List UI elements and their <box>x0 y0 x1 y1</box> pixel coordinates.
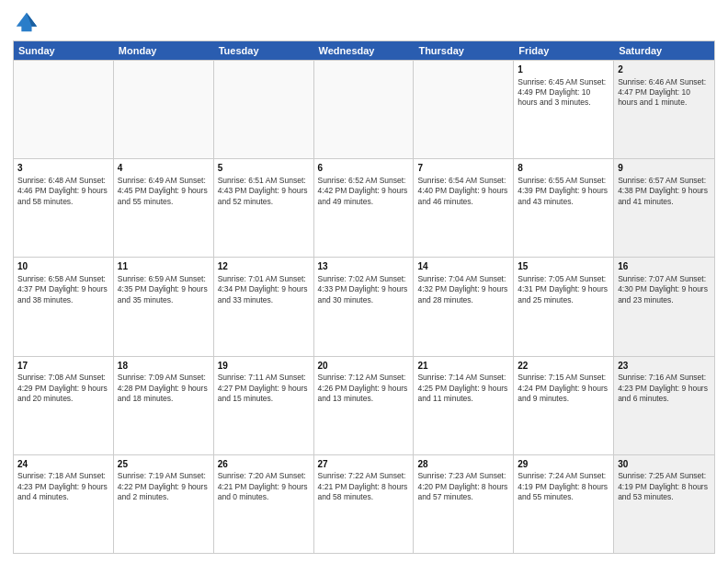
week-row-1: 1Sunrise: 6:45 AM Sunset: 4:49 PM Daylig… <box>14 60 714 158</box>
calendar-cell: 8Sunrise: 6:55 AM Sunset: 4:39 PM Daylig… <box>514 159 614 257</box>
cell-info: Sunrise: 7:02 AM Sunset: 4:33 PM Dayligh… <box>318 274 410 305</box>
calendar-cell: 9Sunrise: 6:57 AM Sunset: 4:38 PM Daylig… <box>614 159 714 257</box>
cell-info: Sunrise: 7:12 AM Sunset: 4:26 PM Dayligh… <box>318 373 410 404</box>
calendar-cell: 28Sunrise: 7:23 AM Sunset: 4:20 PM Dayli… <box>414 455 514 553</box>
day-header-tuesday: Tuesday <box>214 41 314 60</box>
calendar-cell: 2Sunrise: 6:46 AM Sunset: 4:47 PM Daylig… <box>614 61 714 158</box>
calendar-cell: 11Sunrise: 6:59 AM Sunset: 4:35 PM Dayli… <box>114 258 214 355</box>
cell-date: 19 <box>218 360 310 373</box>
week-row-2: 3Sunrise: 6:48 AM Sunset: 4:46 PM Daylig… <box>14 158 714 257</box>
cell-info: Sunrise: 7:18 AM Sunset: 4:23 PM Dayligh… <box>17 471 109 502</box>
cell-info: Sunrise: 7:07 AM Sunset: 4:30 PM Dayligh… <box>618 274 711 305</box>
cell-date: 21 <box>417 360 509 373</box>
cell-date: 13 <box>318 260 410 273</box>
day-header-wednesday: Wednesday <box>314 41 415 60</box>
cell-date: 1 <box>518 63 609 76</box>
calendar-cell: 21Sunrise: 7:14 AM Sunset: 4:25 PM Dayli… <box>414 357 514 454</box>
header <box>13 9 715 35</box>
cell-info: Sunrise: 6:45 AM Sunset: 4:49 PM Dayligh… <box>518 77 609 109</box>
cell-info: Sunrise: 7:04 AM Sunset: 4:32 PM Dayligh… <box>417 274 509 305</box>
cell-date: 28 <box>417 458 509 471</box>
cell-date: 4 <box>118 162 210 175</box>
cell-info: Sunrise: 6:51 AM Sunset: 4:43 PM Dayligh… <box>218 176 310 207</box>
calendar-cell: 13Sunrise: 7:02 AM Sunset: 4:33 PM Dayli… <box>314 258 415 355</box>
cell-date: 16 <box>618 260 711 273</box>
cell-info: Sunrise: 7:09 AM Sunset: 4:28 PM Dayligh… <box>118 373 210 404</box>
calendar-cell <box>414 61 514 158</box>
cell-info: Sunrise: 7:01 AM Sunset: 4:34 PM Dayligh… <box>218 274 310 305</box>
cell-date: 24 <box>17 458 109 471</box>
cell-date: 14 <box>417 260 509 273</box>
day-header-thursday: Thursday <box>414 41 514 60</box>
cell-date: 12 <box>218 260 310 273</box>
calendar-cell: 16Sunrise: 7:07 AM Sunset: 4:30 PM Dayli… <box>614 258 714 355</box>
calendar-cell: 4Sunrise: 6:49 AM Sunset: 4:45 PM Daylig… <box>114 159 214 257</box>
cell-info: Sunrise: 7:05 AM Sunset: 4:31 PM Dayligh… <box>518 274 609 305</box>
calendar-cell: 10Sunrise: 6:58 AM Sunset: 4:37 PM Dayli… <box>14 258 114 355</box>
calendar-cell: 19Sunrise: 7:11 AM Sunset: 4:27 PM Dayli… <box>214 357 314 454</box>
cell-date: 27 <box>318 458 410 471</box>
day-header-sunday: Sunday <box>14 41 114 60</box>
cell-info: Sunrise: 6:58 AM Sunset: 4:37 PM Dayligh… <box>17 274 109 305</box>
calendar-cell: 30Sunrise: 7:25 AM Sunset: 4:19 PM Dayli… <box>614 455 714 553</box>
cell-info: Sunrise: 7:16 AM Sunset: 4:23 PM Dayligh… <box>618 373 711 404</box>
calendar-cell: 24Sunrise: 7:18 AM Sunset: 4:23 PM Dayli… <box>14 455 114 553</box>
calendar-cell <box>214 61 314 158</box>
cell-info: Sunrise: 6:57 AM Sunset: 4:38 PM Dayligh… <box>618 176 711 207</box>
cell-info: Sunrise: 6:48 AM Sunset: 4:46 PM Dayligh… <box>17 176 109 207</box>
cell-info: Sunrise: 6:49 AM Sunset: 4:45 PM Dayligh… <box>118 176 210 207</box>
cell-date: 3 <box>17 162 109 175</box>
cell-date: 11 <box>118 260 210 273</box>
cell-info: Sunrise: 7:11 AM Sunset: 4:27 PM Dayligh… <box>218 373 310 404</box>
cell-date: 5 <box>218 162 310 175</box>
cell-info: Sunrise: 7:22 AM Sunset: 4:21 PM Dayligh… <box>318 471 410 502</box>
calendar-cell: 27Sunrise: 7:22 AM Sunset: 4:21 PM Dayli… <box>314 455 415 553</box>
cell-date: 30 <box>618 458 711 471</box>
calendar-cell: 6Sunrise: 6:52 AM Sunset: 4:42 PM Daylig… <box>314 159 415 257</box>
calendar-cell: 20Sunrise: 7:12 AM Sunset: 4:26 PM Dayli… <box>314 357 415 454</box>
cell-date: 6 <box>318 162 410 175</box>
cell-info: Sunrise: 6:55 AM Sunset: 4:39 PM Dayligh… <box>518 176 609 207</box>
cell-date: 29 <box>518 458 609 471</box>
cell-date: 7 <box>417 162 509 175</box>
calendar-cell: 1Sunrise: 6:45 AM Sunset: 4:49 PM Daylig… <box>514 61 614 158</box>
logo <box>13 9 42 35</box>
cell-info: Sunrise: 7:25 AM Sunset: 4:19 PM Dayligh… <box>618 471 711 502</box>
cell-info: Sunrise: 7:23 AM Sunset: 4:20 PM Dayligh… <box>417 471 509 502</box>
day-headers: SundayMondayTuesdayWednesdayThursdayFrid… <box>14 41 714 60</box>
week-row-3: 10Sunrise: 6:58 AM Sunset: 4:37 PM Dayli… <box>14 257 714 355</box>
cell-info: Sunrise: 6:59 AM Sunset: 4:35 PM Dayligh… <box>118 274 210 305</box>
day-header-friday: Friday <box>514 41 614 60</box>
cell-date: 10 <box>17 260 109 273</box>
cell-info: Sunrise: 7:08 AM Sunset: 4:29 PM Dayligh… <box>17 373 109 404</box>
calendar-cell: 22Sunrise: 7:15 AM Sunset: 4:24 PM Dayli… <box>514 357 614 454</box>
cell-date: 15 <box>518 260 609 273</box>
calendar-cell: 14Sunrise: 7:04 AM Sunset: 4:32 PM Dayli… <box>414 258 514 355</box>
svg-marker-0 <box>17 13 37 32</box>
cell-info: Sunrise: 6:54 AM Sunset: 4:40 PM Dayligh… <box>417 176 509 207</box>
cell-info: Sunrise: 7:24 AM Sunset: 4:19 PM Dayligh… <box>518 471 609 502</box>
cell-date: 8 <box>518 162 609 175</box>
calendar: SundayMondayTuesdayWednesdayThursdayFrid… <box>13 40 715 554</box>
day-header-monday: Monday <box>114 41 214 60</box>
calendar-cell: 5Sunrise: 6:51 AM Sunset: 4:43 PM Daylig… <box>214 159 314 257</box>
page: SundayMondayTuesdayWednesdayThursdayFrid… <box>0 0 728 563</box>
cell-info: Sunrise: 7:15 AM Sunset: 4:24 PM Dayligh… <box>518 373 609 404</box>
calendar-cell <box>114 61 214 158</box>
cell-date: 9 <box>618 162 711 175</box>
calendar-cell: 7Sunrise: 6:54 AM Sunset: 4:40 PM Daylig… <box>414 159 514 257</box>
weeks: 1Sunrise: 6:45 AM Sunset: 4:49 PM Daylig… <box>14 60 714 553</box>
calendar-cell: 29Sunrise: 7:24 AM Sunset: 4:19 PM Dayli… <box>514 455 614 553</box>
calendar-cell: 23Sunrise: 7:16 AM Sunset: 4:23 PM Dayli… <box>614 357 714 454</box>
cell-date: 22 <box>518 360 609 373</box>
calendar-cell: 12Sunrise: 7:01 AM Sunset: 4:34 PM Dayli… <box>214 258 314 355</box>
calendar-cell <box>14 61 114 158</box>
logo-icon <box>13 9 39 35</box>
calendar-cell: 15Sunrise: 7:05 AM Sunset: 4:31 PM Dayli… <box>514 258 614 355</box>
calendar-cell: 17Sunrise: 7:08 AM Sunset: 4:29 PM Dayli… <box>14 357 114 454</box>
week-row-5: 24Sunrise: 7:18 AM Sunset: 4:23 PM Dayli… <box>14 454 714 553</box>
cell-info: Sunrise: 7:20 AM Sunset: 4:21 PM Dayligh… <box>218 471 310 502</box>
calendar-cell: 18Sunrise: 7:09 AM Sunset: 4:28 PM Dayli… <box>114 357 214 454</box>
calendar-cell: 3Sunrise: 6:48 AM Sunset: 4:46 PM Daylig… <box>14 159 114 257</box>
cell-date: 17 <box>17 360 109 373</box>
